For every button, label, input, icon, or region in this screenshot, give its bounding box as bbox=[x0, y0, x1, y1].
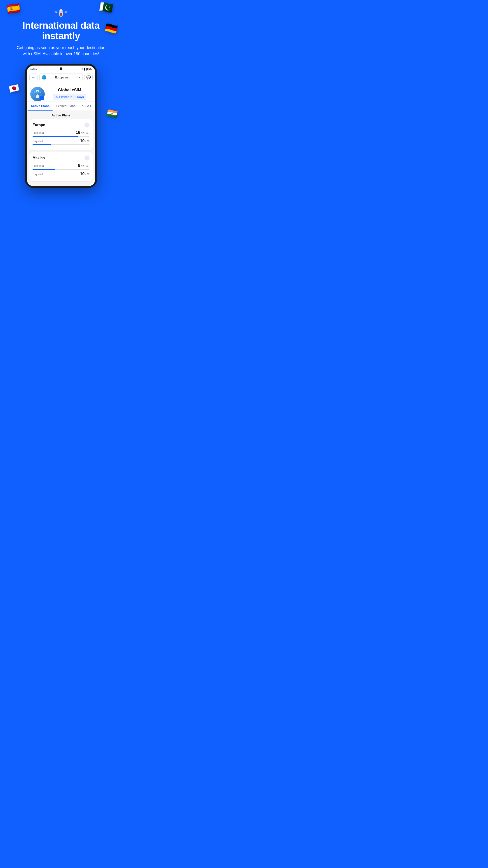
plan-header-mexico: Mexico i bbox=[33, 156, 90, 160]
fast-data-fill-europe bbox=[33, 136, 78, 137]
plan-name-mexico: Mexico bbox=[33, 156, 45, 160]
phone-frame: 12:10 ▾ ▐▐ 96% ← 🌐 European... bbox=[25, 64, 97, 188]
warning-icon: ⚠ bbox=[55, 95, 58, 98]
fast-data-label-europe: Fast data bbox=[33, 131, 44, 134]
info-icon-europe[interactable]: i bbox=[85, 123, 90, 127]
days-left-value-europe: 10 / 30 bbox=[80, 138, 90, 143]
region-selector[interactable]: 🌐 European... ▾ bbox=[39, 73, 83, 81]
fast-data-row-mexico: Fast data 8 / 20 GB bbox=[33, 163, 90, 170]
section-title-active-plans: Active Plans bbox=[29, 114, 93, 117]
fast-data-progress-europe bbox=[33, 136, 90, 137]
days-left-fill-europe bbox=[33, 144, 51, 145]
back-arrow-icon: ← bbox=[32, 75, 35, 79]
days-left-progress-europe bbox=[33, 144, 90, 145]
fast-data-value-europe: 16 / 20 GB bbox=[76, 130, 90, 135]
svg-rect-4 bbox=[60, 13, 62, 14]
fast-data-row-europe: Fast data 16 / 20 GB bbox=[33, 130, 90, 137]
globe-data-icon bbox=[33, 90, 41, 98]
chevron-down-icon: ▾ bbox=[79, 76, 80, 79]
profile-name: Global eSIM bbox=[47, 88, 92, 92]
wifi-icon: ▾ bbox=[82, 68, 83, 70]
info-icon-mexico[interactable]: i bbox=[85, 156, 90, 160]
days-left-label-mexico: Days left bbox=[33, 173, 43, 176]
chat-button[interactable]: 💬 bbox=[85, 73, 93, 81]
eagle-logo: ★★★ bbox=[52, 7, 70, 18]
globe-icon: 🌐 bbox=[42, 75, 46, 80]
signal-icon: ▐▐ bbox=[84, 68, 87, 70]
svg-text:★★★: ★★★ bbox=[60, 11, 62, 12]
plan-name-europe: Europe bbox=[33, 123, 45, 127]
fast-data-label-row-mexico: Fast data 8 / 20 GB bbox=[33, 163, 90, 168]
tab-expired-plans[interactable]: Expired Plans bbox=[53, 101, 78, 111]
expires-badge: ⚠ Expires in 10 Days bbox=[53, 94, 86, 100]
flag-germany: 🇩🇪 bbox=[104, 22, 119, 35]
camera-notch bbox=[60, 67, 62, 70]
battery-text: 96% bbox=[87, 68, 92, 70]
profile-info: Global eSIM ⚠ Expires in 10 Days bbox=[47, 87, 92, 100]
tab-active-plans-label: Active Plans bbox=[31, 104, 50, 108]
expires-text: Expires in 10 Days bbox=[59, 95, 84, 98]
tab-expired-plans-label: Expired Plans bbox=[56, 104, 75, 108]
days-left-label-europe: Days left bbox=[33, 140, 43, 143]
fast-data-progress-mexico bbox=[33, 169, 90, 170]
app-header: ← 🌐 European... ▾ 💬 bbox=[27, 71, 95, 84]
flag-spain: 🇪🇸 bbox=[6, 1, 22, 16]
svg-rect-12 bbox=[37, 94, 38, 97]
svg-rect-13 bbox=[38, 95, 39, 97]
flag-pakistan: 🇵🇰 bbox=[98, 0, 114, 15]
phone-mockup: 12:10 ▾ ▐▐ 96% ← 🌐 European... bbox=[7, 64, 115, 188]
status-icons: ▾ ▐▐ 96% bbox=[82, 68, 92, 70]
plan-card-europe: Europe i Fast data 16 / 20 GB bbox=[29, 119, 93, 150]
profile-avatar bbox=[30, 87, 45, 101]
phone-screen: 12:10 ▾ ▐▐ 96% ← 🌐 European... bbox=[27, 66, 95, 186]
status-bar: 12:10 ▾ ▐▐ 96% bbox=[27, 66, 95, 71]
fast-data-fill-mexico bbox=[33, 169, 55, 170]
fast-data-label-mexico: Fast data bbox=[33, 164, 44, 167]
plan-header-europe: Europe i bbox=[33, 123, 90, 127]
hero-section: 🇪🇸 🇵🇰 🇩🇪 🇨🇳 🇯🇵 🇮🇳 ★★★ International data… bbox=[0, 0, 122, 195]
days-left-label-row-europe: Days left 10 / 30 bbox=[33, 138, 90, 143]
tab-esim-info[interactable]: eSIM I bbox=[78, 101, 94, 111]
fast-data-value-mexico: 8 / 20 GB bbox=[78, 163, 90, 168]
hero-title: International data instantly bbox=[7, 20, 115, 41]
region-name: European... bbox=[48, 76, 77, 79]
chat-icon: 💬 bbox=[86, 75, 91, 80]
content-area: Active Plans Europe i Fast data 16 bbox=[27, 111, 95, 186]
days-left-row-europe: Days left 10 / 30 bbox=[33, 138, 90, 145]
svg-rect-11 bbox=[36, 95, 37, 97]
tab-active-plans[interactable]: Active Plans bbox=[28, 101, 53, 111]
days-left-value-mexico: 10 / 30 bbox=[80, 172, 90, 176]
tab-esim-info-label: eSIM I bbox=[82, 104, 91, 108]
tabs-container: Active Plans Expired Plans eSIM I bbox=[27, 101, 95, 111]
status-time: 12:10 bbox=[30, 67, 37, 70]
fast-data-label-row-europe: Fast data 16 / 20 GB bbox=[33, 130, 90, 135]
bottom-bar bbox=[0, 195, 122, 199]
days-left-label-row-mexico: Days left 10 / 30 bbox=[33, 172, 90, 176]
hero-subtitle: Get going as soon as your reach your des… bbox=[16, 45, 106, 57]
back-button[interactable]: ← bbox=[29, 73, 37, 81]
profile-section: Global eSIM ⚠ Expires in 10 Days bbox=[27, 84, 95, 101]
days-left-row-mexico: Days left 10 / 30 bbox=[33, 172, 90, 176]
plan-card-mexico: Mexico i Fast data 8 / 20 GB bbox=[29, 152, 93, 181]
